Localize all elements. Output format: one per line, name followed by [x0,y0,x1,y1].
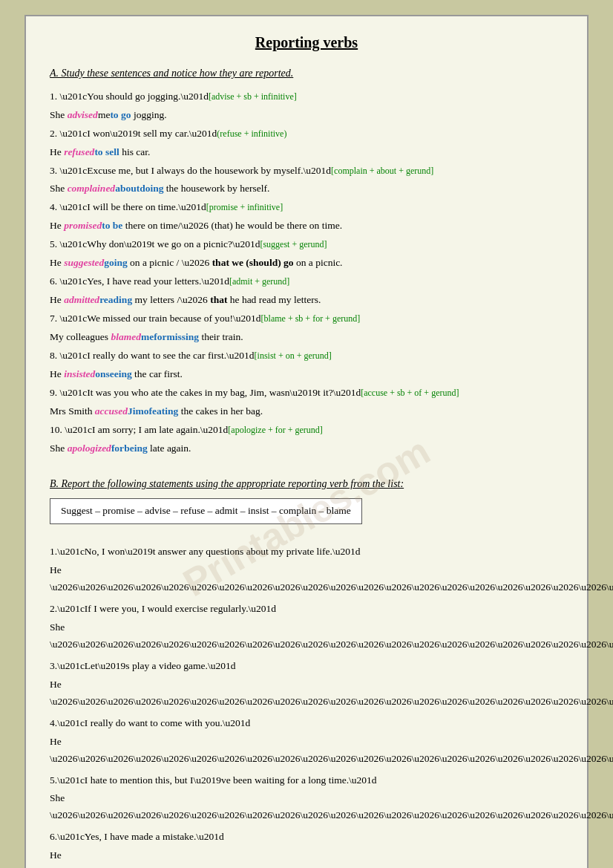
sentence-1-reported: She advisedmeto go jogging. [50,107,563,124]
sentence-8-original: 8. \u201cI really do want to see the car… [50,347,563,365]
page: Printables.com Reporting verbs A. Study … [24,15,589,868]
exercise-4-answer: He \u2026\u2026\u2026\u2026\u2026\u2026\… [50,734,563,768]
sentence-5-reported: He suggestedgoing on a picnic / \u2026 t… [50,255,563,272]
sentence-2-original: 2. \u201cI won\u2019t sell my car.\u201d… [50,125,563,143]
sentence-4-original: 4. \u201cI will be there on time.\u201d[… [50,199,563,216]
sentence-10-original: 10. \u201cI am sorry; I am late again.\u… [50,422,563,439]
sentence-7-original: 7. \u201cWe missed our train because of … [50,310,563,327]
exercise-6: 6.\u201cYes, I have made a mistake.\u201… [50,829,563,846]
exercise-2: 2.\u201cIf I were you, I would exercise … [50,601,563,618]
num-1: 1. [50,91,60,102]
sentence-7-reported: My colleagues blamedmeformissing their t… [50,329,563,346]
sentence-5-original: 5. \u201cWhy don\u2019t we go on a picni… [50,236,563,253]
sentence-9-reported: Mrs Smith accusedJimofeating the cakes i… [50,403,563,420]
sentence-6-reported: He admittedreading my letters /\u2026 th… [50,292,563,309]
exercise-3: 3.\u201cLet\u2019s play a video game.\u2… [50,658,563,675]
exercise-3-answer: He \u2026\u2026\u2026\u2026\u2026\u2026\… [50,676,563,711]
sentence-2-reported: He refusedto sell his car. [50,144,563,161]
word-list-container: Suggest – promise – advise – refuse – ad… [50,498,563,535]
exercise-5-answer: She \u2026\u2026\u2026\u2026\u2026\u2026… [50,790,563,824]
exercise-2-answer: She \u2026\u2026\u2026\u2026\u2026\u2026… [50,619,563,653]
word-list: Suggest – promise – advise – refuse – ad… [50,498,362,524]
bracket-1: [advise + sb + infinitive] [209,91,297,102]
sentence-3-original: 3. \u201cExcuse me, but I always do the … [50,163,563,180]
page-title: Reporting verbs [50,34,563,51]
section-b-title: B. Report the following statements using… [50,475,563,493]
sentence-3-reported: She complainedaboutdoing the housework b… [50,180,563,198]
exercise-1-answer: He \u2026\u2026\u2026\u2026\u2026\u2026\… [50,562,563,596]
sentence-10-reported: She apologizedforbeing late again. [50,440,563,457]
exercise-1: 1.\u201cNo, I won\u2019t answer any ques… [50,544,563,561]
sentence-6-original: 6. \u201cYes, I have read your letters.\… [50,273,563,290]
sentence-1-original: 1. \u201cYou should go jogging.\u201d[ad… [50,88,563,105]
exercise-4: 4.\u201cI really do want to come with yo… [50,715,563,732]
sentence-9-original: 9. \u201cIt was you who ate the cakes in… [50,385,563,402]
sentence-8-reported: He insistedonseeing the car first. [50,366,563,383]
section-a-title: A. Study these sentences and notice how … [50,65,563,82]
exercise-5: 5.\u201cI hate to mention this, but I\u2… [50,772,563,789]
exercise-6-answer: He \u2026\u2026\u2026\u2026\u2026\u2026\… [50,847,563,868]
sentence-4-reported: He promisedto be there on time/\u2026 (t… [50,218,563,235]
